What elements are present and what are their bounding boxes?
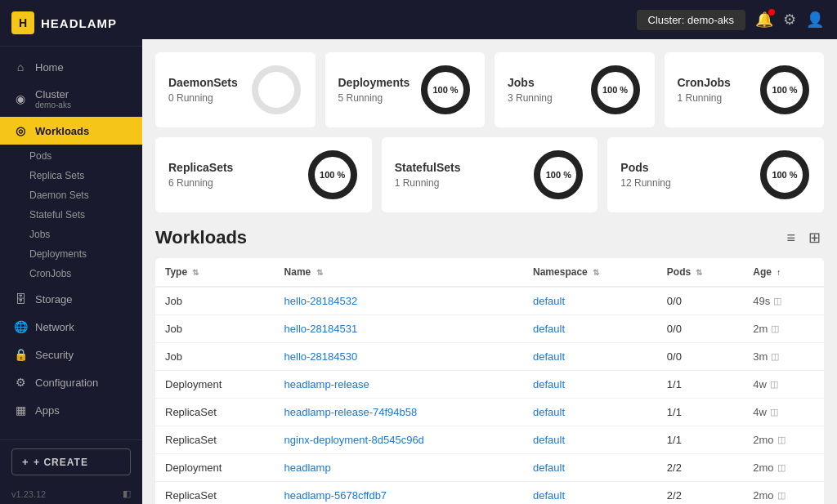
stat-info-replicasets: ReplicaSets 6 Running — [168, 161, 233, 189]
table-header-row: Type ⇅ Name ⇅ Namespace ⇅ Pods ⇅ Age ↑ — [155, 258, 824, 287]
cell-type: Job — [155, 343, 275, 371]
workload-name-link[interactable]: headlamp-5678cffdb7 — [284, 489, 387, 502]
statefulsets-percent: 100 % — [546, 170, 571, 180]
sidebar-item-configuration[interactable]: ⚙ Configuration — [0, 368, 142, 396]
main-panel: Cluster: demo-aks 🔔 ⚙ 👤 DaemonSets 0 Run… — [142, 0, 837, 504]
cell-age: 4w ◫ — [743, 371, 824, 399]
sidebar-item-deployments[interactable]: Deployments — [0, 244, 142, 264]
table-row: Job hello-28184531 default 0/0 2m ◫ — [155, 315, 824, 343]
cell-age: 2mo ◫ — [743, 426, 824, 454]
user-icon[interactable]: 👤 — [806, 11, 824, 29]
stat-card-cronjobs: CronJobs 1 Running 100 % — [665, 52, 825, 127]
workloads-table: Type ⇅ Name ⇅ Namespace ⇅ Pods ⇅ Age ↑ J… — [155, 258, 824, 504]
col-pods[interactable]: Pods ⇅ — [657, 258, 744, 287]
cluster-badge[interactable]: Cluster: demo-aks — [637, 10, 745, 30]
filter-button[interactable]: ≡ — [783, 226, 799, 250]
deployments-donut: 100 % — [419, 64, 472, 116]
notification-dot — [768, 9, 775, 16]
sidebar-item-apps[interactable]: ▦ Apps — [0, 396, 142, 424]
namespace-link[interactable]: default — [533, 323, 565, 335]
cell-name: hello-28184530 — [275, 343, 523, 371]
sidebar-item-network[interactable]: 🌐 Network — [0, 313, 142, 341]
sidebar-bottom: + + CREATE — [0, 439, 142, 484]
sidebar-item-stateful-sets[interactable]: Stateful Sets — [0, 205, 142, 225]
table-row: Job hello-28184532 default 0/0 49s ◫ — [155, 287, 824, 315]
cell-namespace: default — [523, 371, 657, 399]
namespace-link[interactable]: default — [533, 489, 565, 502]
sidebar-item-storage[interactable]: 🗄 Storage — [0, 285, 142, 313]
sidebar-item-pods[interactable]: Pods — [0, 146, 142, 166]
namespace-link[interactable]: default — [533, 462, 565, 474]
table-row: ReplicaSet nginx-deployment-8d545c96d de… — [155, 426, 824, 454]
cell-pods: 2/2 — [657, 482, 744, 505]
namespace-link[interactable]: default — [533, 406, 565, 418]
workload-name-link[interactable]: headlamp — [284, 462, 331, 474]
settings-icon[interactable]: ⚙ — [783, 11, 796, 29]
jobs-sub: 3 Running — [508, 92, 553, 104]
jobs-donut: 100 % — [589, 64, 642, 116]
replicasets-donut: 100 % — [307, 149, 359, 201]
sidebar-item-home[interactable]: ⌂ Home — [0, 53, 142, 81]
cell-name: hello-28184532 — [275, 287, 523, 315]
age-icon: ◫ — [777, 462, 786, 473]
sidebar-nav: ⌂ Home ◉ Cluster demo-aks ◎ Workloads Po… — [0, 47, 142, 439]
cell-namespace: default — [523, 482, 657, 505]
cell-age: 2m ◫ — [743, 315, 824, 343]
col-type[interactable]: Type ⇅ — [155, 258, 275, 287]
cell-name: headlamp-release-74f94b58 — [275, 399, 523, 426]
namespace-link[interactable]: default — [533, 434, 565, 446]
sidebar-item-security[interactable]: 🔒 Security — [0, 341, 142, 368]
expand-icon[interactable]: ◧ — [123, 488, 131, 499]
col-age[interactable]: Age ↑ — [743, 258, 824, 287]
cell-type: Job — [155, 287, 275, 315]
cell-pods: 1/1 — [657, 426, 744, 454]
col-namespace[interactable]: Namespace ⇅ — [523, 258, 657, 287]
replicasets-sub: 6 Running — [168, 177, 233, 189]
namespace-link[interactable]: default — [533, 378, 565, 390]
cell-pods: 1/1 — [657, 371, 744, 399]
age-value: 49s — [753, 295, 770, 307]
cell-name: headlamp — [275, 454, 523, 482]
cell-type: ReplicaSet — [155, 399, 275, 426]
age-value: 4w — [753, 406, 767, 418]
workload-name-link[interactable]: nginx-deployment-8d545c96d — [284, 434, 424, 446]
namespace-link[interactable]: default — [533, 350, 565, 363]
age-icon: ◫ — [770, 379, 778, 390]
namespace-link[interactable]: default — [533, 295, 565, 307]
configuration-icon: ⚙ — [14, 376, 27, 389]
workload-name-link[interactable]: hello-28184532 — [284, 295, 358, 307]
sidebar-item-jobs[interactable]: Jobs — [0, 225, 142, 244]
age-value: 2m — [753, 323, 768, 335]
cronjobs-sub: 1 Running — [678, 92, 731, 104]
col-name[interactable]: Name ⇅ — [275, 258, 523, 287]
sidebar-item-replica-sets[interactable]: Replica Sets — [0, 166, 142, 185]
workload-name-link[interactable]: hello-28184531 — [284, 323, 358, 335]
stat-card-jobs: Jobs 3 Running 100 % — [495, 52, 655, 127]
top-header: Cluster: demo-aks 🔔 ⚙ 👤 — [142, 0, 837, 39]
workload-name-link[interactable]: hello-28184530 — [284, 350, 358, 363]
cluster-name: demo-aks — [35, 100, 71, 109]
cronjobs-title: CronJobs — [678, 76, 731, 89]
jobs-title: Jobs — [508, 76, 553, 89]
version-bar: v1.23.12 ◧ — [0, 484, 142, 504]
workloads-subnav: Pods Replica Sets Daemon Sets Stateful S… — [0, 145, 142, 285]
create-button[interactable]: + + CREATE — [11, 448, 131, 475]
notifications-icon[interactable]: 🔔 — [755, 11, 773, 29]
age-value: 3m — [753, 350, 768, 363]
sidebar-item-cluster[interactable]: ◉ Cluster demo-aks — [0, 81, 142, 117]
workload-name-link[interactable]: headlamp-release — [284, 378, 369, 390]
create-plus-icon: + — [22, 456, 29, 468]
workload-name-link[interactable]: headlamp-release-74f94b58 — [284, 406, 418, 418]
cell-type: Job — [155, 315, 275, 343]
cell-namespace: default — [523, 287, 657, 315]
age-icon: ◫ — [777, 490, 786, 501]
workloads-tbody: Job hello-28184532 default 0/0 49s ◫ Job… — [155, 287, 824, 504]
cell-pods: 0/0 — [657, 343, 744, 371]
sidebar-item-workloads[interactable]: ◎ Workloads — [0, 117, 142, 145]
daemonsets-title: DaemonSets — [168, 76, 238, 89]
sidebar-item-daemon-sets[interactable]: Daemon Sets — [0, 185, 142, 205]
sidebar-item-cronjobs[interactable]: CronJobs — [0, 264, 142, 283]
view-toggle-button[interactable]: ⊞ — [805, 225, 824, 250]
cell-pods: 1/1 — [657, 399, 744, 426]
age-value: 2mo — [753, 434, 773, 446]
